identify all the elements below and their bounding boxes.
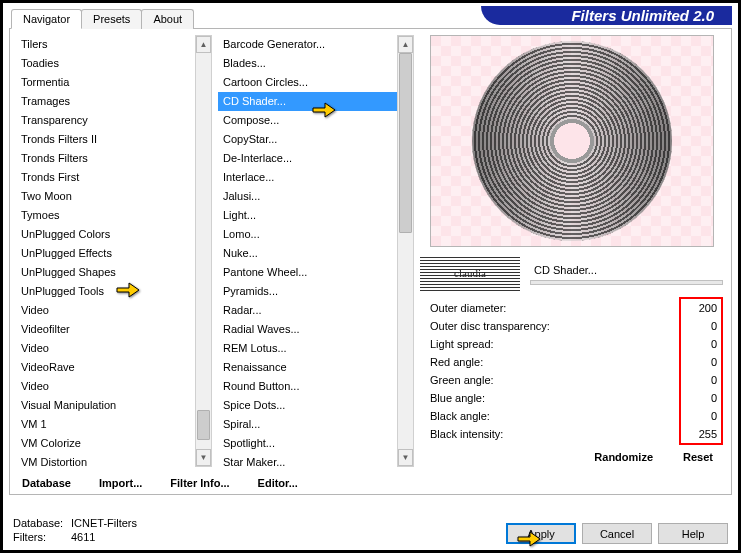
filters-label: Filters: [13,530,71,544]
filter-info-button[interactable]: Filter Info... [170,474,229,492]
apply-button[interactable]: Apply [506,523,576,544]
filters-value: 4611 [71,530,95,544]
list-item[interactable]: VM Colorize [16,434,195,453]
category-scrollbar[interactable]: ▲ ▼ [195,35,212,467]
list-item[interactable]: Tormentia [16,73,195,92]
cd-icon [472,41,672,241]
param-label: Blue angle: [430,390,485,406]
param-row[interactable]: Light spread:0 [420,335,723,353]
db-label: Database: [13,516,71,530]
list-item[interactable]: UnPlugged Colors [16,225,195,244]
param-label: Outer disc transparency: [430,318,550,334]
reset-button[interactable]: Reset [683,451,713,463]
param-value: 200 [681,300,717,316]
list-item[interactable]: CD Shader... [218,92,397,111]
list-item[interactable]: Tronds Filters [16,149,195,168]
category-pane: TilersToadiesTormentiaTramagesTransparen… [16,35,212,467]
tab-presets[interactable]: Presets [81,9,142,29]
list-item[interactable]: Light... [218,206,397,225]
editor-button[interactable]: Editor... [258,474,298,492]
list-item[interactable]: Radial Waves... [218,320,397,339]
param-value: 255 [681,426,717,442]
scroll-thumb[interactable] [197,410,210,440]
list-item[interactable]: UnPlugged Tools [16,282,195,301]
category-list[interactable]: TilersToadiesTormentiaTramagesTransparen… [16,35,195,467]
list-item[interactable]: VM Distortion [16,453,195,467]
preview-image [430,35,714,247]
list-item[interactable]: REM Lotus... [218,339,397,358]
param-row[interactable]: Black angle:0 [420,407,723,425]
filter-scrollbar[interactable]: ▲ ▼ [397,35,414,467]
list-item[interactable]: Pantone Wheel... [218,263,397,282]
list-item[interactable]: UnPlugged Shapes [16,263,195,282]
param-value: 0 [681,354,717,370]
scroll-up-icon[interactable]: ▲ [398,36,413,53]
help-button[interactable]: Help [658,523,728,544]
scroll-down-icon[interactable]: ▼ [398,449,413,466]
list-item[interactable]: Video [16,339,195,358]
list-item[interactable]: Cartoon Circles... [218,73,397,92]
param-value: 0 [681,390,717,406]
list-item[interactable]: Spotlight... [218,434,397,453]
list-item[interactable]: Tramages [16,92,195,111]
list-item[interactable]: Nuke... [218,244,397,263]
list-item[interactable]: Round Button... [218,377,397,396]
param-value: 0 [681,408,717,424]
param-value: 0 [681,336,717,352]
list-item[interactable]: Toadies [16,54,195,73]
title-banner: Filters Unlimited 2.0 [481,5,732,25]
list-item[interactable]: Pyramids... [218,282,397,301]
list-item[interactable]: Transparency [16,111,195,130]
list-item[interactable]: Blades... [218,54,397,73]
list-item[interactable]: Tymoes [16,206,195,225]
footer-info: Database:ICNET-Filters Filters:4611 [13,516,137,544]
list-item[interactable]: Tronds First [16,168,195,187]
list-item[interactable]: Spiral... [218,415,397,434]
list-item[interactable]: Renaissance [218,358,397,377]
database-button[interactable]: Database [22,474,71,492]
list-item[interactable]: Video [16,377,195,396]
list-item[interactable]: Star Maker... [218,453,397,467]
list-item[interactable]: VideoRave [16,358,195,377]
list-item[interactable]: CopyStar... [218,130,397,149]
list-item[interactable]: Visual Manipulation [16,396,195,415]
param-label: Light spread: [430,336,494,352]
list-item[interactable]: Tilers [16,35,195,54]
list-item[interactable]: Compose... [218,111,397,130]
list-item[interactable]: Two Moon [16,187,195,206]
list-item[interactable]: Interlace... [218,168,397,187]
list-item[interactable]: Jalusi... [218,187,397,206]
right-pane: claudia CD Shader... Outer diameter:200O… [420,35,725,467]
list-item[interactable]: Tronds Filters II [16,130,195,149]
param-row[interactable]: Red angle:0 [420,353,723,371]
scroll-thumb[interactable] [399,53,412,233]
list-item[interactable]: Spice Dots... [218,396,397,415]
param-row[interactable]: Black intensity:255 [420,425,723,443]
list-item[interactable]: Video [16,301,195,320]
app-title: Filters Unlimited 2.0 [481,6,732,25]
import-button[interactable]: Import... [99,474,142,492]
tab-navigator[interactable]: Navigator [11,9,82,29]
db-value: ICNET-Filters [71,516,137,530]
list-item[interactable]: VM 1 [16,415,195,434]
list-item[interactable]: UnPlugged Effects [16,244,195,263]
current-filter-name: CD Shader... [530,262,723,278]
param-row[interactable]: Green angle:0 [420,371,723,389]
list-item[interactable]: Radar... [218,301,397,320]
param-row[interactable]: Outer disc transparency:0 [420,317,723,335]
param-label: Black intensity: [430,426,503,442]
filter-list[interactable]: Barcode Generator...Blades...Cartoon Cir… [218,35,397,467]
param-row[interactable]: Outer diameter:200 [420,299,723,317]
param-row[interactable]: Blue angle:0 [420,389,723,407]
list-item[interactable]: Lomo... [218,225,397,244]
cancel-button[interactable]: Cancel [582,523,652,544]
progress-bar [530,280,723,285]
list-item[interactable]: Barcode Generator... [218,35,397,54]
list-item[interactable]: Videofilter [16,320,195,339]
param-label: Red angle: [430,354,483,370]
scroll-up-icon[interactable]: ▲ [196,36,211,53]
list-item[interactable]: De-Interlace... [218,149,397,168]
randomize-button[interactable]: Randomize [594,451,653,463]
tab-about[interactable]: About [141,9,194,29]
scroll-down-icon[interactable]: ▼ [196,449,211,466]
